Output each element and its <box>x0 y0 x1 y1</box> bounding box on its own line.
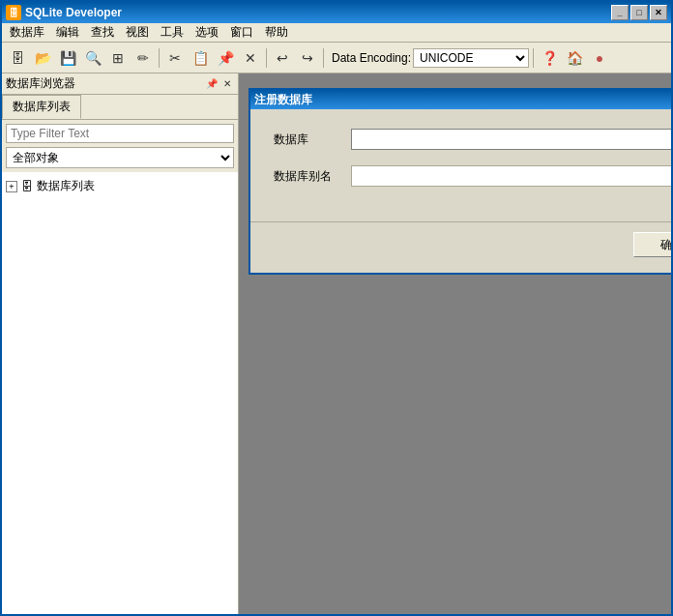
register-database-dialog: 注册数据库 ✕ 数据库 📁 数据库别名 <box>249 88 671 275</box>
filter-btn[interactable]: 🔍 <box>81 46 104 70</box>
tree-item-icon: 🗄 <box>21 180 33 193</box>
maximize-button[interactable]: □ <box>630 5 648 20</box>
menu-window[interactable]: 窗口 <box>224 22 259 43</box>
dialog-db-label: 数据库 <box>274 132 341 148</box>
menu-find[interactable]: 查找 <box>85 22 120 43</box>
dialog-alias-input[interactable] <box>351 165 671 187</box>
dialog-alias-row: 数据库别名 <box>274 165 671 187</box>
dialog-body: 数据库 📁 数据库别名 <box>250 109 671 221</box>
home-btn[interactable]: 🏠 <box>563 46 586 70</box>
cut-btn[interactable]: ✂ <box>163 46 187 70</box>
toolbar-separator-2 <box>266 48 267 68</box>
window-title: SQLite Developer <box>25 6 611 19</box>
dialog-title: 注册数据库 <box>254 92 671 108</box>
dialog-alias-label: 数据库别名 <box>274 168 341 185</box>
app-icon: 🗄 <box>6 5 21 20</box>
tree-area: + 🗄 数据库列表 <box>2 172 238 614</box>
new-db-btn[interactable]: 🗄 <box>6 46 29 70</box>
help-btn[interactable]: ❓ <box>538 46 561 70</box>
delete-btn[interactable]: ✕ <box>239 46 262 70</box>
filter-input[interactable] <box>6 124 234 143</box>
minimize-button[interactable]: _ <box>611 5 629 20</box>
paste-btn[interactable]: 📌 <box>214 46 237 70</box>
toolbar-separator-4 <box>533 48 534 68</box>
stop-btn[interactable]: ● <box>588 46 611 70</box>
tree-item-db-list[interactable]: + 🗄 数据库列表 <box>6 176 234 196</box>
dialog-db-input-wrapper: 📁 <box>351 129 671 150</box>
panel-title: 数据库浏览器 <box>6 75 75 92</box>
save-btn[interactable]: 💾 <box>56 46 79 70</box>
menu-tools[interactable]: 工具 <box>155 22 190 43</box>
open-btn[interactable]: 📂 <box>31 46 54 70</box>
toolbar-separator-3 <box>323 48 324 68</box>
tab-database-list[interactable]: 数据库列表 <box>2 95 81 119</box>
dialog-footer: 确定 取消 <box>250 221 671 273</box>
edit-btn[interactable]: ✏ <box>132 46 155 70</box>
menu-view[interactable]: 视图 <box>120 22 155 43</box>
pin-icon[interactable]: 📌 <box>205 77 219 91</box>
menu-database[interactable]: 数据库 <box>4 22 50 43</box>
tree-item-label: 数据库列表 <box>37 178 95 194</box>
window-controls: _ □ ✕ <box>611 5 667 20</box>
panel-header-icons: 📌 ✕ <box>205 77 234 91</box>
dialog-ok-button[interactable]: 确定 <box>633 232 671 257</box>
encoding-select[interactable]: UNICODE <box>413 48 529 68</box>
menu-help[interactable]: 帮助 <box>259 22 294 43</box>
menu-bar: 数据库 编辑 查找 视图 工具 选项 窗口 帮助 <box>2 23 671 43</box>
menu-options[interactable]: 选项 <box>190 22 224 43</box>
title-bar: 🗄 SQLite Developer _ □ ✕ <box>2 2 671 23</box>
copy-btn[interactable]: 📋 <box>189 46 212 70</box>
dialog-db-row: 数据库 📁 <box>274 129 671 150</box>
menu-edit[interactable]: 编辑 <box>50 22 85 43</box>
toolbar: 🗄 📂 💾 🔍 ⊞ ✏ ✂ 📋 📌 ✕ ↩ ↪ Data Encoding: U… <box>2 43 671 73</box>
redo-btn[interactable]: ↪ <box>296 46 319 70</box>
panel-header: 数据库浏览器 📌 ✕ <box>2 73 238 95</box>
dialog-db-input[interactable] <box>352 130 671 149</box>
window-close-button[interactable]: ✕ <box>650 5 667 20</box>
toolbar-separator-1 <box>159 48 160 68</box>
panel-close-icon[interactable]: ✕ <box>220 77 234 91</box>
undo-btn[interactable]: ↩ <box>271 46 294 70</box>
right-panel: 注册数据库 ✕ 数据库 📁 数据库别名 <box>239 73 671 614</box>
tree-expand-icon[interactable]: + <box>6 181 17 192</box>
content-area: 数据库浏览器 📌 ✕ 数据库列表 全部对象 + 🗄 <box>2 73 671 614</box>
encoding-label: Data Encoding: <box>332 51 411 65</box>
grid-btn[interactable]: ⊞ <box>106 46 130 70</box>
main-window: 🗄 SQLite Developer _ □ ✕ 数据库 编辑 查找 视图 工具… <box>0 0 673 616</box>
tab-bar: 数据库列表 <box>2 95 238 120</box>
dialog-title-bar: 注册数据库 ✕ <box>250 90 671 109</box>
object-type-select[interactable]: 全部对象 <box>6 147 234 168</box>
left-panel: 数据库浏览器 📌 ✕ 数据库列表 全部对象 + 🗄 <box>2 73 239 614</box>
